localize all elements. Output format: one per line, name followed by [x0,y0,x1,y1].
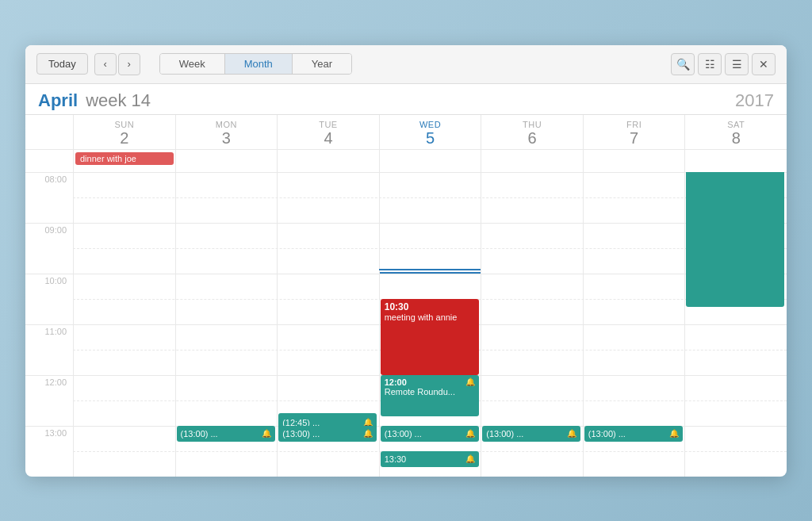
toolbar: Today ‹ › Week Month Year 🔍 ☷ ☰ ✕ [25,45,787,84]
search-button[interactable]: 🔍 [671,53,695,75]
prev-button[interactable]: ‹ [94,53,117,75]
day-header-fri: FRI 7 [583,115,685,149]
cell-thu-0800[interactable] [481,173,583,223]
close-button[interactable]: ✕ [752,53,776,75]
event-mon-1300[interactable]: (13:00) ... 🔔 [177,426,275,442]
cell-tue-0800[interactable] [277,173,379,223]
alarm-icon-5: 🔔 [363,429,373,438]
event-tue-1300[interactable]: (13:00) ... 🔔 [278,426,377,442]
day-header-sat: SAT 8 [684,115,787,149]
view-tabs: Week Month Year [159,53,352,75]
next-button[interactable]: › [118,53,140,75]
alarm-icon-6: 🔔 [465,429,475,438]
cell-mon-1000[interactable] [175,274,278,324]
event-wed-1300[interactable]: (13:00) ... 🔔 [381,426,479,442]
cell-mon-1200[interactable] [175,376,278,426]
event-meeting-annie[interactable]: 10:30 meeting with annie [381,299,479,375]
calendar-grid: SUN 2 MON 3 TUE 4 WED 5 THU 6 FRI 7 [25,114,787,477]
cell-mon-1100[interactable] [175,325,278,375]
alarm-icon-9: 🔔 [465,454,475,463]
cell-sun-0800[interactable] [73,173,175,223]
day-header-tue: TUE 4 [277,115,379,149]
cell-fri-1100[interactable] [583,325,685,375]
calendar-header: April week 14 2017 [25,84,787,114]
time-row-0900: 09:00 [25,223,787,274]
cell-fri-1200[interactable] [583,376,685,426]
alarm-icon-7: 🔔 [567,429,576,438]
cell-tue-1100[interactable] [277,325,379,375]
tab-week[interactable]: Week [160,54,225,74]
allday-tue[interactable] [277,150,379,172]
toolbar-right: 🔍 ☷ ☰ ✕ [671,53,776,75]
menu-icon: ☰ [732,58,742,71]
menu-button[interactable]: ☰ [725,53,749,75]
cell-sat-1200[interactable] [684,376,787,426]
cell-sun-1200[interactable] [73,376,175,426]
header-month: April [38,90,78,111]
close-icon: ✕ [759,58,768,71]
cell-sun-1300[interactable] [73,427,175,477]
cell-mon-0800[interactable] [175,173,278,223]
day-header-row: SUN 2 MON 3 TUE 4 WED 5 THU 6 FRI 7 [73,115,787,149]
header-week: week 14 [86,90,151,111]
cell-sun-1100[interactable] [73,325,175,375]
nav-arrows: ‹ › [94,53,140,75]
cell-thu-1000[interactable] [481,274,583,324]
cell-sat-1300[interactable] [684,427,787,477]
cell-sat-1100[interactable] [684,325,787,375]
tab-year[interactable]: Year [293,54,351,74]
grid-view-button[interactable]: ☷ [698,53,722,75]
day-header-thu: THU 6 [481,115,583,149]
allday-fri[interactable] [583,150,685,172]
cell-fri-0900[interactable] [583,224,685,274]
allday-label [25,150,73,172]
event-dinner-with-joe[interactable]: dinner with joe [75,152,174,165]
cell-wed-0900[interactable] [379,224,481,274]
cell-sun-1000[interactable] [73,274,175,324]
alarm-icon-4: 🔔 [262,429,271,438]
alarm-icon-2: 🔔 [465,377,475,387]
allday-sun[interactable]: dinner with joe [73,150,175,172]
allday-wed[interactable] [379,150,481,172]
event-fri-1300[interactable]: (13:00) ... 🔔 [584,426,683,442]
cell-fri-0800[interactable] [583,173,685,223]
cell-mon-0900[interactable] [175,224,278,274]
event-wed-1330[interactable]: 13:30 🔔 [381,451,479,467]
cell-tue-1000[interactable] [277,274,379,324]
time-row-0800: 08:00 [25,172,787,223]
grid-icon: ☷ [705,58,715,71]
tab-month[interactable]: Month [225,54,293,74]
cell-sun-0900[interactable] [73,224,175,274]
cell-thu-0900[interactable] [481,224,583,274]
event-remote-roundup[interactable]: 12:00 🔔 Remote Roundu... [381,375,479,416]
header-year: 2017 [735,90,774,111]
cell-tue-0900[interactable] [277,224,379,274]
allday-sat[interactable] [684,150,787,172]
day-header-wed: WED 5 [379,115,481,149]
cell-thu-1100[interactable] [481,325,583,375]
cell-fri-1000[interactable] [583,274,685,324]
search-icon: 🔍 [676,58,690,71]
allday-mon[interactable] [175,150,278,172]
cell-thu-1200[interactable] [481,376,583,426]
event-thu-1300[interactable]: (13:00) ... 🔔 [482,426,580,442]
event-martial-arts[interactable]: 07:30 🔔 Martial arts train... [686,172,784,307]
calendar-window: Today ‹ › Week Month Year 🔍 ☷ ☰ ✕ Apr [25,45,787,477]
day-header-sun: SUN 2 [73,115,175,149]
allday-row: dinner with joe [25,149,787,172]
alarm-icon-8: 🔔 [669,429,679,438]
allday-thu[interactable] [481,150,583,172]
time-grid-container: 08:00 09:00 [25,172,787,477]
day-header-mon: MON 3 [175,115,278,149]
allday-cells: dinner with joe [73,150,787,172]
today-button[interactable]: Today [36,53,88,75]
cell-wed-0800[interactable] [379,173,481,223]
